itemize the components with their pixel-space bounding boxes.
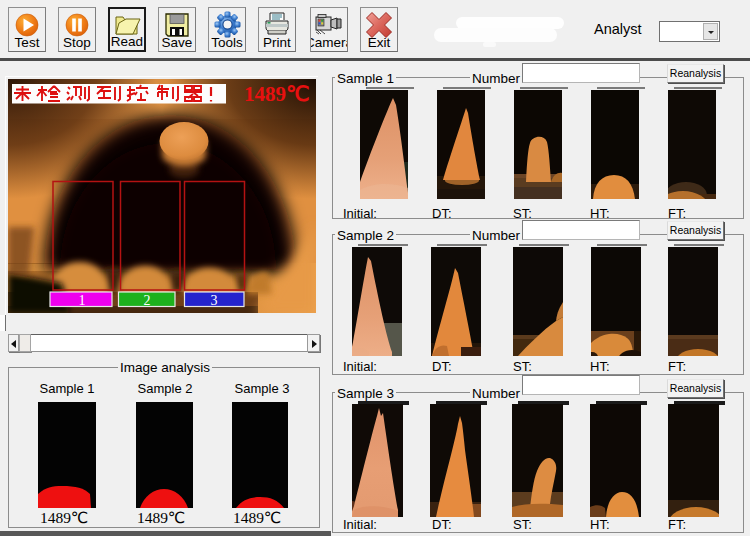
svg-text:2: 2 <box>144 293 151 308</box>
svg-text:1489℃: 1489℃ <box>244 82 310 106</box>
svg-text:3: 3 <box>211 293 218 308</box>
svg-text:1: 1 <box>79 293 86 308</box>
